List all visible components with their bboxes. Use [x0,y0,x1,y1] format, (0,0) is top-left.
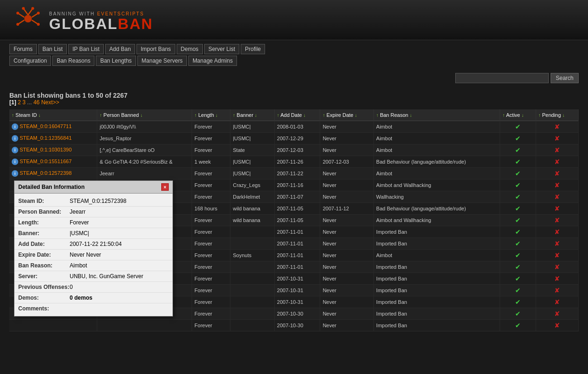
steam-id-link[interactable]: STEAM_0:0:15511667 [20,158,72,164]
globalban-logo-text: GLOBALBAN [49,16,153,31]
pending-x-icon: ✘ [554,181,560,189]
search-button[interactable]: Search [551,73,579,83]
info-icon[interactable]: i [12,158,18,165]
cell-ban-reason: Imported Ban [373,261,500,273]
ban-list-link[interactable]: Ban List [38,44,67,54]
popup-field-label: Server: [18,273,70,280]
popup-field-label: Length: [18,219,70,226]
ban-lengths-link[interactable]: Ban Lengths [96,56,136,66]
active-check-icon: ✔ [515,252,521,259]
add-ban-link[interactable]: Add Ban [105,44,135,54]
info-icon[interactable]: i [12,123,18,130]
manage-servers-link[interactable]: Manage Servers [137,56,187,66]
popup-field-row: Add Date:2007-11-22 21:50:04 [14,239,172,250]
cell-ban-reason: Imported Ban [373,320,500,331]
svg-point-7 [22,7,25,10]
cell-active: ✔ [500,156,536,168]
steam-id-link[interactable]: STEAM_0:1:12356841 [20,135,72,141]
cell-active: ✔ [500,121,536,133]
import-bans-link[interactable]: Import Bans [136,44,175,54]
detail-popup: Detailed Ban Information × Steam ID:STEA… [14,180,173,316]
cell-pending: ✘ [536,238,578,250]
pagination-next[interactable]: Next>> [41,99,59,106]
cell-pending: ✘ [536,144,578,156]
active-check-icon: ✔ [515,205,521,212]
server-list-link[interactable]: Server List [204,44,239,54]
active-check-icon: ✔ [515,310,521,317]
cell-add-date: 2007-11-16 [274,180,320,191]
cell-person-banned: Jesus_Raptor [97,133,192,144]
pagination-page-2[interactable]: 2 [18,99,21,106]
cell-banner: |USMC| [230,121,274,133]
popup-field-label: Steam ID: [18,198,70,204]
pending-x-icon: ✘ [554,322,560,329]
search-area: Search [0,69,588,87]
popup-close-button[interactable]: × [161,183,169,191]
active-check-icon: ✔ [515,263,521,271]
info-icon[interactable]: i [12,135,18,142]
col-add-date: ↑ Add Date ↓ [274,109,320,121]
active-check-icon: ✔ [515,123,521,130]
cell-length: Forever [192,273,230,285]
steam-id-link[interactable]: STEAM_0:1:10301390 [20,147,72,152]
popup-title: Detailed Ban Information [18,184,85,190]
svg-point-11 [16,23,19,26]
pending-x-icon: ✘ [554,158,560,165]
cell-ban-reason: Wallhacking [373,191,500,203]
cell-pending: ✘ [536,215,578,226]
steam-id-link[interactable]: STEAM_0:0:12572398 [20,170,72,176]
cell-length: Forever [192,144,230,156]
search-input[interactable] [455,73,549,83]
configuration-link[interactable]: Configuration [9,56,51,66]
cell-expire-date: Never [320,320,373,331]
cell-length: Forever [192,168,230,180]
cell-add-date: 2007-11-26 [274,156,320,168]
popup-field-label: Ban Reason: [18,262,70,269]
cell-add-date: 2007-12-03 [274,144,320,156]
cell-banner [230,261,274,273]
pagination-page-46[interactable]: 46 [33,99,39,106]
cell-length: Forever [192,250,230,261]
cell-expire-date: Never [320,250,373,261]
cell-ban-reason: Imported Ban [373,273,500,285]
logo-text: BANNING WITH EVENTSCRIPTS GLOBALBAN [49,11,153,31]
pending-x-icon: ✘ [554,228,560,236]
ban-reasons-link[interactable]: Ban Reasons [52,56,94,66]
cell-steam-id: iSTEAM_0:1:10301390 [9,144,97,156]
cell-banner [230,226,274,238]
pending-x-icon: ✘ [554,263,560,271]
popup-field-value: Aimbot [70,262,87,269]
cell-expire-date: Never [320,133,373,144]
cell-ban-reason: Imported Ban [373,296,500,308]
manage-admins-link[interactable]: Manage Admins [188,56,237,66]
cell-banner [230,296,274,308]
cell-expire-date: Never [320,296,373,308]
cell-length: Forever [192,261,230,273]
info-icon[interactable]: i [12,170,18,177]
svg-point-12 [37,23,40,26]
ip-ban-list-link[interactable]: IP Ban List [68,44,104,54]
navigation-area: Forums Ban List IP Ban List Add Ban Impo… [0,40,588,69]
cell-expire-date: 2007-12-03 [320,156,373,168]
cell-add-date: 2007-10-31 [274,285,320,296]
cell-length: Forever [192,285,230,296]
page-header: BANNING WITH EVENTSCRIPTS GLOBALBAN [0,0,588,40]
pagination-page-3[interactable]: 3 [22,99,26,106]
col-banner: ↑ Banner ↓ [230,109,274,121]
cell-banner [230,273,274,285]
profile-link[interactable]: Profile [241,44,265,54]
cell-length: 1 week [192,156,230,168]
cell-person-banned: [,^,e] CareBearStare oO [97,144,192,156]
demos-link[interactable]: Demos [177,44,203,54]
cell-person-banned: & Go GeTtA 4:20 #SeriousBiz & [97,156,192,168]
info-icon[interactable]: i [12,147,18,153]
pending-x-icon: ✘ [554,193,560,201]
pending-x-icon: ✘ [554,275,560,282]
cell-ban-reason: Aimbot [373,144,500,156]
cell-ban-reason: Aimbot [373,168,500,180]
forums-link[interactable]: Forums [9,44,37,54]
steam-id-link[interactable]: STEAM_0:0:16047711 [20,123,72,129]
popup-field-label: Add Date: [18,241,70,247]
cell-active: ✔ [500,144,536,156]
cell-expire-date: Never [320,273,373,285]
